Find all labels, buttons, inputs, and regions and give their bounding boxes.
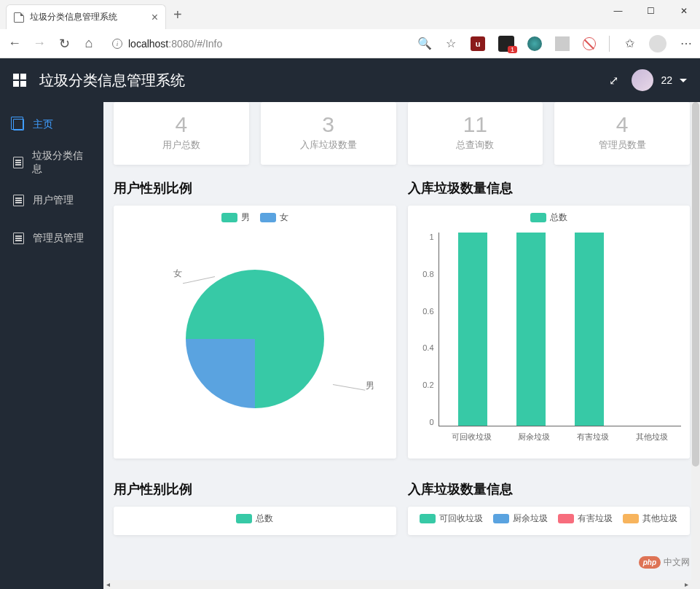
stat-value: 4 <box>554 112 690 137</box>
x-axis: 可回收垃圾厨余垃圾有害垃圾其他垃圾 <box>439 432 682 442</box>
swatch-icon <box>420 514 436 523</box>
chevron-down-icon <box>680 79 687 82</box>
address-bar: ← → ↻ ⌂ i localhost:8080/#/Info 🔍 ☆ u ✩ … <box>0 29 700 58</box>
extension-ublock-icon[interactable]: u <box>471 36 485 51</box>
x-tick: 可回收垃圾 <box>452 432 492 442</box>
document-icon <box>13 233 24 244</box>
bar <box>575 233 604 426</box>
user-menu[interactable]: 22 <box>632 69 687 91</box>
extension-blocker-icon[interactable] <box>583 37 596 50</box>
stats-row: 4 用户总数 3 入库垃圾数量 11 总查询数 4 管理员数量 <box>103 102 700 175</box>
sidebar-item-users[interactable]: 用户管理 <box>0 182 103 219</box>
favorites-menu-icon[interactable]: ✩ <box>623 37 636 50</box>
stat-value: 11 <box>408 112 543 137</box>
stat-value: 4 <box>114 112 249 137</box>
legend: 总数 <box>417 211 682 224</box>
new-tab-button[interactable]: + <box>166 7 189 23</box>
stat-card-users: 4 用户总数 <box>114 102 249 165</box>
swatch-icon <box>623 514 639 523</box>
swatch-icon <box>530 213 546 222</box>
menu-toggle-icon[interactable] <box>13 74 26 87</box>
extension-icon[interactable] <box>527 36 542 51</box>
stat-card-waste: 3 入库垃圾数量 <box>261 102 396 165</box>
url-input[interactable]: i localhost:8080/#/Info <box>106 35 408 52</box>
fullscreen-icon[interactable]: ⤢ <box>609 74 618 87</box>
more-icon[interactable]: ⋯ <box>680 37 693 50</box>
y-axis: 10.80.60.40.20 <box>417 230 439 448</box>
sidebar: 主页 垃圾分类信息 用户管理 管理员管理 <box>0 102 103 589</box>
sidebar-item-label: 用户管理 <box>33 194 74 207</box>
stat-label: 管理员数量 <box>554 139 690 152</box>
stat-label: 入库垃圾数量 <box>261 139 396 152</box>
stat-card-queries: 11 总查询数 <box>408 102 543 165</box>
y-tick: 0.2 <box>420 381 434 389</box>
chart-title: 用户性别比例 <box>114 476 396 507</box>
back-button[interactable]: ← <box>7 36 22 51</box>
browser-tab-bar: 垃圾分类信息管理系统 × + — ☐ ✕ <box>0 0 700 29</box>
stat-value: 3 <box>261 112 396 137</box>
leader-line <box>332 384 364 391</box>
legend-item[interactable]: 女 <box>260 211 288 224</box>
legend: 男 女 <box>122 211 388 224</box>
legend-item[interactable]: 可回收垃圾 <box>420 512 483 525</box>
scrollbar-vertical[interactable] <box>691 102 700 589</box>
swatch-icon <box>558 514 574 523</box>
watermark-text: 中文网 <box>664 556 690 569</box>
swatch-icon <box>260 213 276 222</box>
minimize-button[interactable]: — <box>602 0 634 22</box>
chart-title: 用户性别比例 <box>114 175 396 206</box>
sidebar-item-label: 管理员管理 <box>33 232 84 245</box>
plot-area <box>439 233 682 426</box>
scrollbar-horizontal[interactable]: ◂ ▸ <box>103 580 691 589</box>
y-tick: 0.8 <box>420 270 434 278</box>
legend-item[interactable]: 男 <box>221 211 250 224</box>
maximize-button[interactable]: ☐ <box>634 0 667 22</box>
stat-label: 总查询数 <box>408 139 543 152</box>
site-info-icon[interactable]: i <box>112 39 122 49</box>
chart-gender-pie: 用户性别比例 男 女 男 女 <box>114 175 396 459</box>
favorite-icon[interactable]: ☆ <box>444 37 457 50</box>
refresh-button[interactable]: ↻ <box>57 36 71 52</box>
sidebar-item-home[interactable]: 主页 <box>0 106 103 144</box>
legend-item[interactable]: 有害垃圾 <box>558 512 613 525</box>
search-icon[interactable]: 🔍 <box>418 37 431 50</box>
x-tick: 有害垃圾 <box>577 432 609 442</box>
close-window-button[interactable]: ✕ <box>667 0 700 22</box>
chart-title: 入库垃圾数量信息 <box>408 476 691 507</box>
legend-item[interactable]: 总数 <box>530 211 567 224</box>
chart-gender-bar: 用户性别比例 总数 <box>114 476 396 535</box>
app-title: 垃圾分类信息管理系统 <box>39 71 596 90</box>
main-content: 4 用户总数 3 入库垃圾数量 11 总查询数 4 管理员数量 <box>103 102 700 589</box>
pie-slice-label: 男 <box>366 380 374 392</box>
extension-icon[interactable] <box>555 36 570 51</box>
home-icon <box>13 119 24 130</box>
x-tick: 其他垃圾 <box>636 432 668 442</box>
legend-item[interactable]: 其他垃圾 <box>623 512 677 525</box>
avatar <box>632 69 653 91</box>
pie-chart <box>186 270 324 408</box>
stat-label: 用户总数 <box>114 139 249 152</box>
legend-item[interactable]: 厨余垃圾 <box>493 512 548 525</box>
sidebar-item-label: 主页 <box>33 118 53 131</box>
page-icon <box>14 12 24 23</box>
legend-item[interactable]: 总数 <box>236 512 273 525</box>
bar <box>458 233 487 426</box>
chart-title: 入库垃圾数量信息 <box>408 175 691 206</box>
home-button[interactable]: ⌂ <box>82 36 96 51</box>
leader-line <box>183 276 215 284</box>
forward-button[interactable]: → <box>32 36 47 51</box>
sidebar-item-waste-info[interactable]: 垃圾分类信息 <box>0 144 103 182</box>
chart-waste-bar: 入库垃圾数量信息 总数 10.80.60.40.20 可回收垃圾厨余垃圾有害垃圾… <box>408 175 691 459</box>
divider <box>609 36 610 52</box>
document-icon <box>13 157 23 168</box>
y-tick: 0 <box>420 418 434 426</box>
sidebar-item-admins[interactable]: 管理员管理 <box>0 219 103 257</box>
y-tick: 0.4 <box>420 343 434 352</box>
extension-badge-icon[interactable] <box>498 36 514 52</box>
y-tick: 0.6 <box>420 307 434 316</box>
profile-icon[interactable] <box>649 35 666 52</box>
document-icon <box>13 195 24 206</box>
browser-tab[interactable]: 垃圾分类信息管理系统 × <box>6 4 166 29</box>
close-icon[interactable]: × <box>152 11 158 24</box>
swatch-icon <box>236 514 252 523</box>
